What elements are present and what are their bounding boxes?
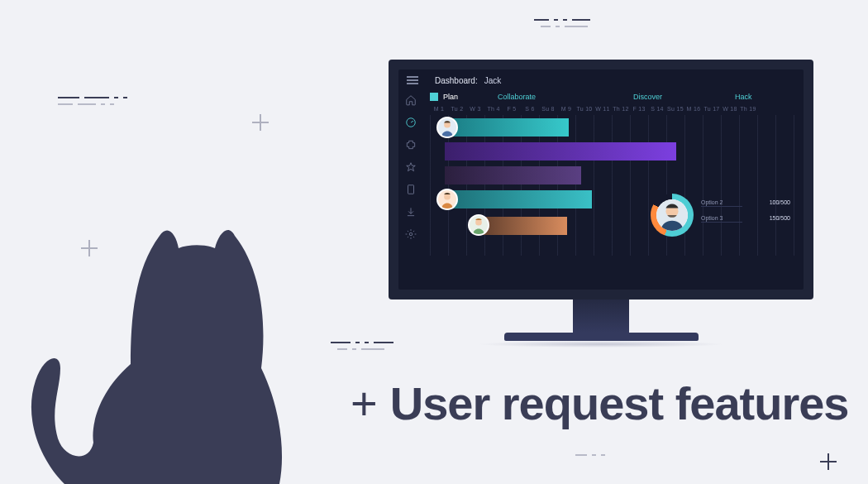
gantt-bar (445, 166, 581, 184)
date-cell: W 18 (721, 106, 739, 112)
plus-icon (252, 114, 269, 131)
dashboard-title: Dashboard: (435, 76, 478, 85)
deco-lines (337, 341, 389, 356)
avatar (436, 189, 458, 210)
date-cell: S 6 (521, 106, 539, 112)
dashboard-screen: Dashboard: Jack Plan Collaborate (398, 69, 804, 290)
gantt-bar (445, 190, 592, 208)
svg-rect-1 (408, 185, 414, 194)
svg-point-2 (409, 232, 413, 236)
dashboard-user: Jack (484, 76, 502, 85)
date-cell: Su 8 (539, 106, 557, 112)
option-value: 100/500 (770, 199, 790, 207)
date-cell: W 3 (466, 106, 484, 112)
date-cell: Tu 17 (703, 106, 721, 112)
gantt-chart: Option 2 100/500 Option 3 150/500 (430, 115, 797, 256)
option-row: Option 2 100/500 (701, 199, 790, 207)
date-cell: W 11 (594, 106, 612, 112)
tab-discover[interactable]: Discover (630, 93, 665, 101)
monitor: Dashboard: Jack Plan Collaborate (389, 60, 813, 347)
date-cell: F 13 (630, 106, 648, 112)
date-cell: M 16 (684, 106, 703, 112)
home-icon[interactable] (405, 94, 417, 106)
gantt-bar (445, 118, 569, 137)
file-icon[interactable] (405, 184, 417, 195)
tab-hack[interactable]: Hack (732, 93, 756, 101)
star-icon[interactable] (405, 161, 417, 173)
date-cell: Su 15 (666, 106, 684, 112)
options-panel: Option 2 100/500 Option 3 150/500 (701, 199, 790, 231)
download-icon[interactable] (405, 206, 417, 218)
gantt-bar (476, 217, 567, 235)
avatar (468, 214, 489, 236)
date-cell: Tu 2 (448, 106, 466, 112)
hamburger-icon[interactable] (407, 76, 418, 84)
sidebar (398, 91, 423, 290)
option-row: Option 3 150/500 (701, 215, 790, 223)
dashboard-icon[interactable] (405, 117, 417, 128)
date-cell: Th 12 (612, 106, 630, 112)
date-header: M 1Tu 2W 3Th 4F 5S 6Su 8M 9Tu 10W 11Th 1… (430, 106, 797, 112)
tab-plan[interactable]: Plan (430, 93, 461, 101)
option-value: 150/500 (770, 215, 790, 223)
svg-point-8 (475, 219, 482, 226)
option-label: Option 2 (701, 199, 742, 207)
date-cell: M 9 (557, 106, 575, 112)
hero-text: User request features (390, 376, 849, 430)
avatar (436, 117, 458, 138)
date-cell: Th 19 (739, 106, 757, 112)
date-cell: Th 4 (484, 106, 503, 112)
date-cell: M 1 (430, 106, 448, 112)
option-label: Option 3 (701, 215, 742, 223)
deco-lines (575, 447, 610, 462)
cat-silhouette (15, 203, 312, 484)
plus-symbol: + (351, 376, 377, 430)
gantt-bar (445, 142, 676, 161)
svg-point-6 (444, 194, 451, 200)
settings-icon[interactable] (405, 228, 417, 240)
tab-collaborate[interactable]: Collaborate (494, 93, 539, 101)
hero-heading: + User request features (351, 376, 849, 430)
date-cell: Tu 10 (575, 106, 594, 112)
progress-ring (651, 194, 694, 237)
date-cell: F 5 (503, 106, 521, 112)
plus-icon (820, 453, 837, 470)
tabbar: Plan Collaborate Discover Hack (430, 93, 797, 101)
date-cell: S 14 (648, 106, 666, 112)
deco-lines (58, 96, 119, 111)
puzzle-icon[interactable] (405, 139, 417, 151)
deco-lines (541, 18, 593, 33)
